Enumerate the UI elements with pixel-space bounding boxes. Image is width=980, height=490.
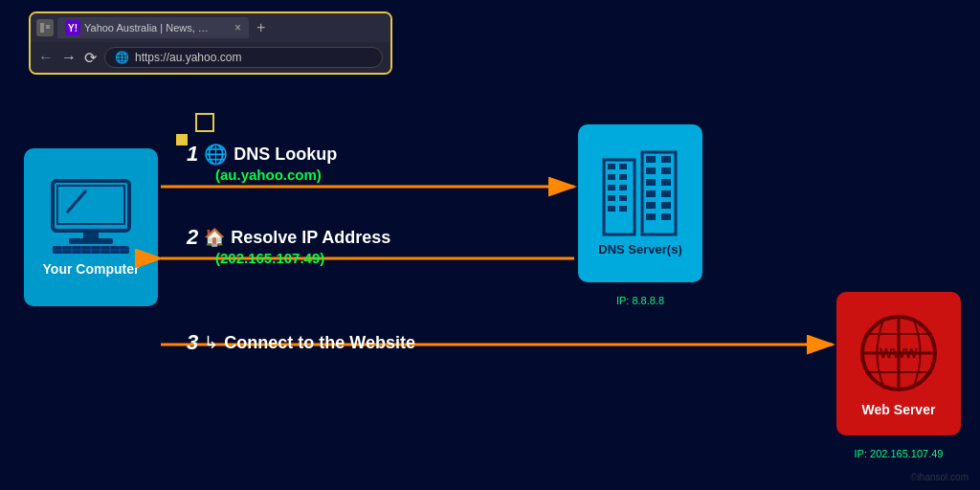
step1-number: 1 xyxy=(187,142,198,167)
back-button[interactable]: ← xyxy=(38,49,54,66)
url-display: https://au.yahoo.com xyxy=(135,51,241,64)
dns-server-node: DNS Server(s) IP: 8.8.8.8 xyxy=(578,124,702,282)
step3-icon: ↳ xyxy=(204,332,218,353)
deco-square-outline xyxy=(195,113,214,132)
page-icon xyxy=(36,19,54,36)
step3-number: 3 xyxy=(187,330,198,355)
svg-rect-18 xyxy=(619,164,627,169)
globe-icon: WWW xyxy=(856,310,942,396)
svg-rect-33 xyxy=(661,179,671,186)
dns-ip-label: IP: 8.8.8.8 xyxy=(616,295,664,306)
step2-subtitle: (202.165.107.49) xyxy=(215,250,324,266)
svg-rect-37 xyxy=(661,202,671,209)
svg-rect-5 xyxy=(83,231,99,238)
svg-rect-25 xyxy=(608,206,615,212)
svg-rect-17 xyxy=(608,164,615,169)
svg-rect-31 xyxy=(661,167,671,174)
step3-title: Connect to the Website xyxy=(224,333,415,353)
svg-rect-32 xyxy=(646,179,656,186)
watermark: ©ihansol.com xyxy=(910,472,969,482)
secure-icon: 🌐 xyxy=(115,51,129,64)
step2-number: 2 xyxy=(187,225,198,250)
svg-rect-28 xyxy=(646,156,656,163)
web-server-node: WWW Web Server IP: 202.165.107.49 xyxy=(836,292,961,435)
svg-rect-6 xyxy=(69,238,113,244)
tab-title: Yahoo Australia | News, email an... xyxy=(84,22,209,33)
svg-rect-23 xyxy=(608,195,615,201)
yahoo-favicon: Y! xyxy=(65,20,80,35)
svg-rect-26 xyxy=(619,206,627,212)
step2-container: 2 🏠 Resolve IP Address (202.165.107.49) xyxy=(187,225,390,267)
step3-container: 3 ↳ Connect to the Website xyxy=(187,330,415,355)
computer-node: Your Computer xyxy=(24,148,158,306)
computer-label: Your Computer xyxy=(43,261,140,277)
svg-rect-30 xyxy=(646,167,656,174)
web-server-label: Web Server xyxy=(862,402,936,417)
svg-text:WWW: WWW xyxy=(880,345,918,361)
svg-rect-21 xyxy=(608,185,615,190)
forward-button[interactable]: → xyxy=(61,49,77,66)
new-tab-button[interactable]: + xyxy=(253,19,269,36)
svg-rect-29 xyxy=(661,156,671,163)
svg-rect-34 xyxy=(646,190,656,197)
dns-server-label: DNS Server(s) xyxy=(598,242,681,256)
address-bar[interactable]: 🌐 https://au.yahoo.com xyxy=(104,47,383,68)
step1-icon: 🌐 xyxy=(204,143,228,166)
svg-rect-19 xyxy=(608,174,615,180)
building-icon xyxy=(602,150,679,236)
web-server-ip-label: IP: 202.165.107.49 xyxy=(855,448,944,459)
svg-rect-38 xyxy=(646,213,656,220)
svg-rect-36 xyxy=(646,202,656,209)
computer-icon xyxy=(48,179,134,256)
step1-subtitle: (au.yahoo.com) xyxy=(215,167,322,183)
svg-rect-22 xyxy=(619,185,627,190)
svg-rect-39 xyxy=(661,213,671,220)
svg-rect-1 xyxy=(46,25,50,29)
svg-rect-3 xyxy=(57,186,124,224)
step1-container: 1 🌐 DNS Lookup (au.yahoo.com) xyxy=(187,142,337,184)
browser-tab-bar: Y! Yahoo Australia | News, email an... ×… xyxy=(31,13,390,42)
step2-title: Resolve IP Address xyxy=(231,228,390,248)
browser-window: Y! Yahoo Australia | News, email an... ×… xyxy=(29,11,392,75)
svg-rect-24 xyxy=(619,195,627,201)
browser-nav-bar: ← → ⟳ 🌐 https://au.yahoo.com xyxy=(31,42,390,73)
svg-rect-20 xyxy=(619,174,627,180)
step1-title: DNS Lookup xyxy=(234,145,337,165)
step2-icon: 🏠 xyxy=(204,227,225,248)
reload-button[interactable]: ⟳ xyxy=(84,49,97,67)
tab-close-btn[interactable]: × xyxy=(234,21,241,34)
svg-rect-35 xyxy=(661,190,671,197)
active-tab[interactable]: Y! Yahoo Australia | News, email an... × xyxy=(57,17,249,38)
svg-rect-0 xyxy=(40,23,44,33)
svg-line-4 xyxy=(67,190,86,212)
